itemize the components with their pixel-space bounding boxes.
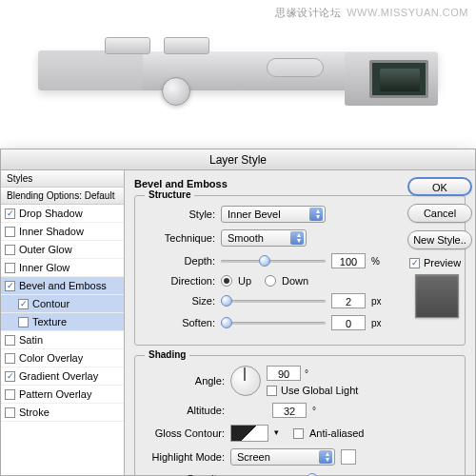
style-item-contour[interactable]: ✓Contour bbox=[1, 295, 124, 313]
preview-swatch bbox=[415, 274, 459, 318]
style-item-texture[interactable]: Texture bbox=[1, 313, 124, 331]
style-checkbox[interactable] bbox=[18, 317, 29, 327]
size-slider[interactable] bbox=[221, 294, 326, 307]
style-checkbox[interactable] bbox=[5, 389, 15, 400]
style-item-gradient-overlay[interactable]: ✓Gradient Overlay bbox=[1, 367, 124, 386]
style-item-label: Stroke bbox=[19, 407, 50, 418]
soften-input[interactable]: 0 bbox=[331, 315, 366, 330]
styles-sidebar: Styles Blending Options: Default ✓Drop S… bbox=[1, 170, 125, 475]
style-item-inner-glow[interactable]: Inner Glow bbox=[1, 259, 124, 277]
style-item-label: Drop Shadow bbox=[19, 208, 83, 219]
new-style-button[interactable]: New Style.. bbox=[407, 230, 472, 249]
preview-label: Preview bbox=[424, 257, 461, 268]
style-item-label: Bevel and Emboss bbox=[19, 280, 107, 291]
style-item-label: Inner Shadow bbox=[19, 226, 84, 237]
preview-checkbox[interactable]: ✓ bbox=[409, 258, 420, 268]
style-item-drop-shadow[interactable]: ✓Drop Shadow bbox=[1, 205, 124, 223]
style-item-label: Texture bbox=[32, 316, 67, 327]
highlight-color-swatch[interactable] bbox=[341, 449, 356, 465]
soften-slider[interactable] bbox=[221, 316, 326, 329]
opacity-slider[interactable] bbox=[230, 472, 335, 476]
depth-slider[interactable] bbox=[221, 254, 326, 268]
direction-up-radio[interactable] bbox=[221, 275, 232, 287]
style-checkbox[interactable]: ✓ bbox=[5, 208, 15, 219]
angle-wheel[interactable] bbox=[230, 366, 261, 396]
style-item-label: Color Overlay bbox=[19, 352, 83, 364]
style-checkbox[interactable]: ✓ bbox=[5, 281, 15, 291]
depth-label: Depth: bbox=[147, 255, 215, 267]
style-checkbox[interactable] bbox=[5, 407, 15, 418]
size-input[interactable]: 2 bbox=[331, 293, 366, 308]
style-item-label: Pattern Overlay bbox=[19, 388, 91, 400]
style-checkbox[interactable] bbox=[5, 353, 15, 364]
style-label: Style: bbox=[147, 208, 215, 220]
technique-select[interactable]: Smooth▴▾ bbox=[221, 229, 307, 247]
shading-group: Shading Angle: 90° Use Global Light bbox=[134, 355, 466, 476]
style-item-satin[interactable]: Satin bbox=[1, 331, 124, 349]
angle-input[interactable]: 90 bbox=[267, 366, 301, 381]
sidebar-header-styles[interactable]: Styles bbox=[1, 170, 124, 188]
technique-label: Technique: bbox=[147, 232, 215, 244]
gloss-contour-picker[interactable] bbox=[230, 425, 268, 442]
style-select[interactable]: Inner Bevel▴▾ bbox=[221, 206, 326, 223]
altitude-input[interactable]: 32 bbox=[272, 403, 307, 418]
global-light-checkbox[interactable] bbox=[267, 386, 277, 396]
style-item-inner-shadow[interactable]: Inner Shadow bbox=[1, 223, 124, 241]
style-checkbox[interactable] bbox=[5, 227, 15, 237]
style-item-pattern-overlay[interactable]: Pattern Overlay bbox=[1, 386, 124, 404]
altitude-label: Altitude: bbox=[147, 405, 225, 416]
sidebar-header-blending[interactable]: Blending Options: Default bbox=[1, 188, 124, 205]
watermark: 思缘设计论坛WWW.MISSYUAN.COM bbox=[275, 6, 468, 20]
style-item-bevel-and-emboss[interactable]: ✓Bevel and Emboss bbox=[1, 277, 124, 295]
highlight-mode-label: Highlight Mode: bbox=[147, 451, 225, 463]
soften-label: Soften: bbox=[147, 317, 215, 328]
cancel-button[interactable]: Cancel bbox=[407, 204, 472, 223]
highlight-mode-select[interactable]: Screen▴▾ bbox=[230, 448, 335, 466]
style-checkbox[interactable]: ✓ bbox=[18, 299, 29, 309]
style-item-label: Contour bbox=[32, 298, 69, 309]
direction-down-radio[interactable] bbox=[265, 275, 276, 287]
angle-label: Angle: bbox=[147, 375, 225, 387]
direction-label: Direction: bbox=[147, 275, 215, 287]
style-item-label: Gradient Overlay bbox=[19, 370, 98, 382]
style-checkbox[interactable] bbox=[5, 335, 15, 346]
style-item-color-overlay[interactable]: Color Overlay bbox=[1, 349, 124, 367]
style-checkbox[interactable] bbox=[5, 263, 15, 273]
style-checkbox[interactable] bbox=[5, 245, 15, 255]
antialiased-checkbox[interactable] bbox=[293, 428, 304, 439]
size-label: Size: bbox=[147, 295, 215, 307]
style-checkbox[interactable]: ✓ bbox=[5, 371, 15, 382]
camera-illustration bbox=[0, 0, 476, 143]
style-item-outer-glow[interactable]: Outer Glow bbox=[1, 241, 124, 259]
style-item-stroke[interactable]: Stroke bbox=[1, 404, 124, 422]
gloss-contour-label: Gloss Contour: bbox=[147, 427, 225, 439]
dialog-buttons: OK Cancel New Style.. ✓ Preview bbox=[402, 149, 476, 324]
style-item-label: Satin bbox=[19, 334, 43, 346]
style-item-label: Inner Glow bbox=[19, 262, 69, 273]
style-item-label: Outer Glow bbox=[19, 244, 72, 255]
depth-input[interactable]: 100 bbox=[331, 253, 366, 268]
ok-button[interactable]: OK bbox=[407, 177, 472, 196]
